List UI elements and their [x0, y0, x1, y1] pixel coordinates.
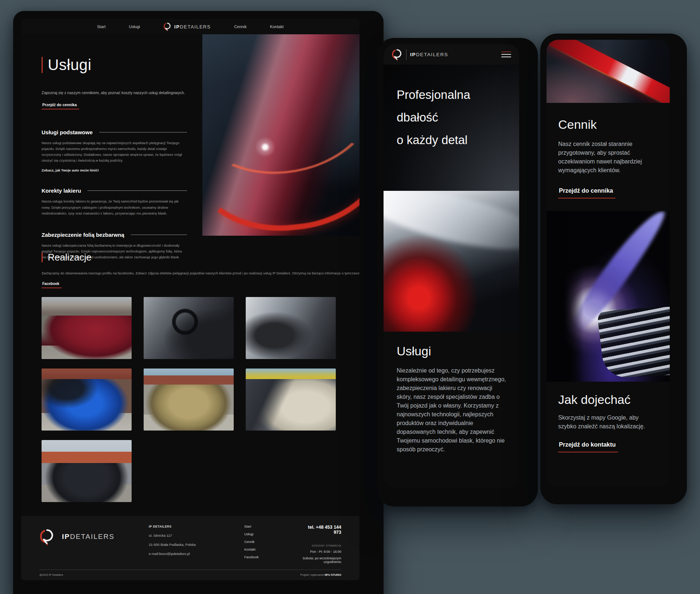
brand-text-bold: IP: [174, 24, 180, 30]
footer-bottom-row: @2023 IP Detailers Projekt i wykonanie N…: [39, 573, 341, 576]
mobile-photo-purple-headlight: [547, 211, 670, 382]
footer-address-column: IP DETAILERS ul. Sitnicka 117 21-500 Bia…: [149, 523, 244, 556]
brand-text: IPDETAILERS: [410, 52, 448, 57]
footer-credit: Projekt i wykonanie NFU STUDIO: [300, 573, 341, 576]
footer-link-facebook[interactable]: Facebook: [244, 555, 302, 559]
hero-intro: Zapoznaj się z naszym cennikiem, aby poz…: [42, 90, 187, 96]
divider-line: [131, 235, 187, 235]
footer-link-cennik[interactable]: Cennik: [244, 540, 302, 544]
hero-line-1: Profesjonalna: [397, 84, 519, 106]
route-body: Skorzystaj z mapy Google, aby szybko zna…: [558, 413, 658, 431]
service-title: Usługi podstawowe: [42, 129, 93, 135]
phone-mockup-pricing: Cennik Nasz cennik został starannie przy…: [540, 34, 687, 504]
gallery-photo-red-suv: [42, 297, 132, 359]
hamburger-bar: [501, 57, 511, 58]
footer-columns: IPDETAILERS IP DETAILERS ul. Sitnicka 11…: [39, 523, 341, 564]
service-body: Nasze usługi podstawowe skupiają się na …: [42, 140, 187, 164]
facebook-link[interactable]: Facebook: [42, 282, 62, 288]
footer-email[interactable]: e-mail:biuro@ipdetailers.pl: [149, 552, 244, 556]
gallery-photo-classic-cadillac: [144, 369, 234, 431]
gallery-photo-leather-seats: [246, 297, 336, 359]
brand-logo[interactable]: IPDETAILERS: [392, 49, 448, 61]
gallery-photo-black-mustang: [42, 440, 132, 502]
mobile-route-section: Jak dojechać Skorzystaj z mapy Google, a…: [547, 382, 670, 452]
footer-address-street: ul. Sitnicka 117: [149, 533, 244, 537]
pricing-title: Cennik: [558, 117, 658, 132]
gallery-photo-dashboard-interior: [144, 297, 234, 359]
nav-item-kontakt[interactable]: Kontakt: [270, 24, 283, 29]
desktop-screen: Start Usługi IPDETAILERS Cennik Kontakt …: [21, 19, 359, 580]
footer-divider: [39, 570, 341, 570]
route-link[interactable]: Przejdź do kontaktu: [558, 441, 618, 452]
mobile-services-body: Niezależnie od tego, czy potrzebujesz ko…: [397, 366, 506, 454]
service-heading-row: Usługi podstawowe: [42, 129, 187, 135]
footer-address-city: 21-500 Biała Podlaska, Polska: [149, 543, 244, 547]
hero-line-3: o każdy detal: [397, 129, 519, 151]
mobile-services-title: Usługi: [397, 344, 506, 358]
mobile-photo-red-taillight-stripe: [547, 40, 670, 103]
footer-phone[interactable]: tel. +48 453 144 973: [302, 525, 341, 535]
footer-links-column: Start Usługi Cennik Kontakt Facebook: [244, 523, 302, 563]
footer-credit-studio[interactable]: NFU STUDIO: [324, 573, 341, 576]
nav-item-uslugi[interactable]: Usługi: [129, 24, 140, 29]
mobile-hero-headline: Profesjonalna dbałość o każdy detal: [384, 65, 519, 151]
gallery-photo-open-door-interior: [246, 369, 336, 431]
service-block-paint-correction: Korekty lakieru Nasza usługa korekty lak…: [42, 188, 187, 216]
divider-line: [88, 190, 187, 191]
mobile-hero: Profesjonalna dbałość o każdy detal: [384, 65, 519, 191]
brand-text-bold: IP: [62, 533, 70, 540]
mobile-pricing-section: Cennik Nasz cennik został starannie przy…: [547, 103, 670, 198]
nav-item-cennik[interactable]: Cennik: [234, 24, 246, 29]
phone-mockup-home: IPDETAILERS Profesjonalna dbałość o każd…: [377, 38, 538, 506]
footer: IPDETAILERS IP DETAILERS ul. Sitnicka 11…: [21, 516, 359, 580]
nav-item-start[interactable]: Start: [97, 24, 105, 29]
footer-company-name: IP DETAILERS: [149, 525, 244, 528]
hamburger-bar-red: [501, 51, 511, 53]
photo-left-fade: [547, 211, 670, 382]
pricing-link-button[interactable]: Przejdź do cennika: [42, 103, 79, 109]
footer-credit-prefix: Projekt i wykonanie: [300, 573, 324, 576]
mobile-services-section: Usługi Niezależnie od tego, czy potrzebu…: [384, 332, 519, 454]
pricing-link[interactable]: Przejdź do cennika: [558, 187, 615, 198]
logo-divider: [406, 49, 407, 60]
hamburger-bar: [501, 54, 511, 55]
footer-link-start[interactable]: Start: [244, 525, 302, 528]
service-body: Nasza usługa korekty lakieru to gwarancj…: [42, 198, 187, 216]
phone-home-screen: IPDETAILERS Profesjonalna dbałość o każd…: [384, 44, 519, 488]
footer-brand: IPDETAILERS: [39, 523, 149, 545]
footer-hours-label: GODZINY OTWARCIA: [302, 544, 341, 547]
footer-hours-weekdays: Pon - Pt: 8:00 - 16:00: [302, 550, 341, 554]
brand-text-bold: IP: [410, 52, 416, 57]
taillight-stripe: [547, 40, 670, 103]
brand-logo[interactable]: IPDETAILERS: [163, 22, 211, 31]
car-body-highlight: [384, 191, 519, 261]
service-heading-row: Korekty lakieru: [42, 188, 187, 194]
realizations-title: Realizacje: [42, 252, 339, 262]
brand-pin-icon: [392, 49, 402, 61]
page-title: Usługi: [42, 57, 187, 73]
mobile-header: IPDETAILERS: [384, 44, 519, 65]
route-title: Jak dojechać: [558, 393, 658, 407]
brand-pin-icon: [163, 22, 171, 31]
hamburger-menu-icon[interactable]: [501, 51, 511, 58]
footer-link-kontakt[interactable]: Kontakt: [244, 548, 302, 551]
divider-line: [99, 132, 187, 132]
footer-link-uslugi[interactable]: Usługi: [244, 532, 302, 536]
hero-content: Usługi Zapoznaj się z naszym cennikiem, …: [21, 34, 202, 236]
footer-copyright: @2023 IP Detailers: [39, 573, 63, 576]
hero-section: Usługi Zapoznaj się z naszym cennikiem, …: [21, 34, 359, 236]
service-heading-row: Zabezpieczenie folią bezbarwną: [42, 232, 187, 238]
brand-text: IPDETAILERS: [62, 533, 114, 541]
brand-pin-icon: [39, 528, 55, 545]
realizations-gallery: [21, 297, 359, 502]
service-cta-text: Zobacz, jak Twoje auto może lśnić!: [42, 168, 187, 172]
gallery-photo-blue-sedan: [42, 369, 132, 431]
hero-line-2: dbałość: [397, 106, 519, 129]
pricing-body: Nasz cennik został starannie przygotowan…: [558, 140, 658, 175]
footer-contact-column: tel. +48 453 144 973 GODZINY OTWARCIA Po…: [302, 523, 341, 564]
mobile-photo-silver-car-taillight: [384, 191, 519, 332]
service-title: Korekty lakieru: [42, 188, 81, 194]
footer-hours-saturday: Sobota: po wcześniejszym uzgodnieniu: [302, 556, 341, 564]
service-block-basic: Usługi podstawowe Nasze usługi podstawow…: [42, 129, 187, 173]
top-navigation: Start Usługi IPDETAILERS Cennik Kontakt: [21, 19, 359, 34]
